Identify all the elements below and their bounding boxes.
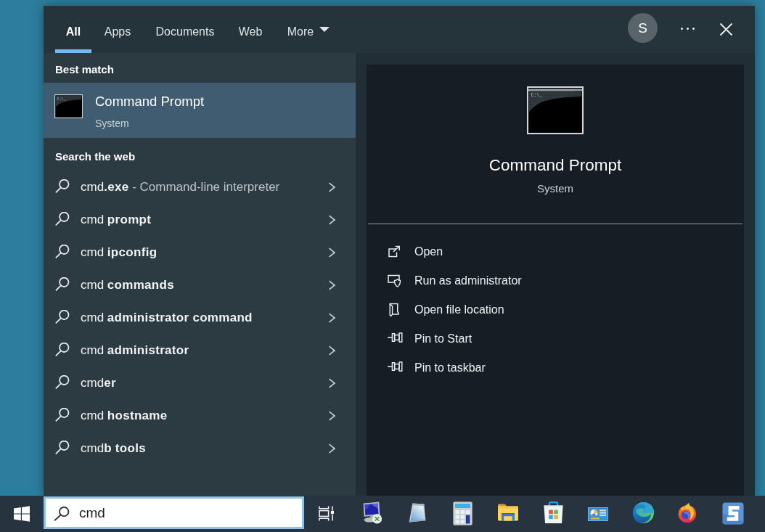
svg-text:C:\_: C:\_ xyxy=(57,97,67,102)
svg-text:C:\_: C:\_ xyxy=(531,93,543,98)
